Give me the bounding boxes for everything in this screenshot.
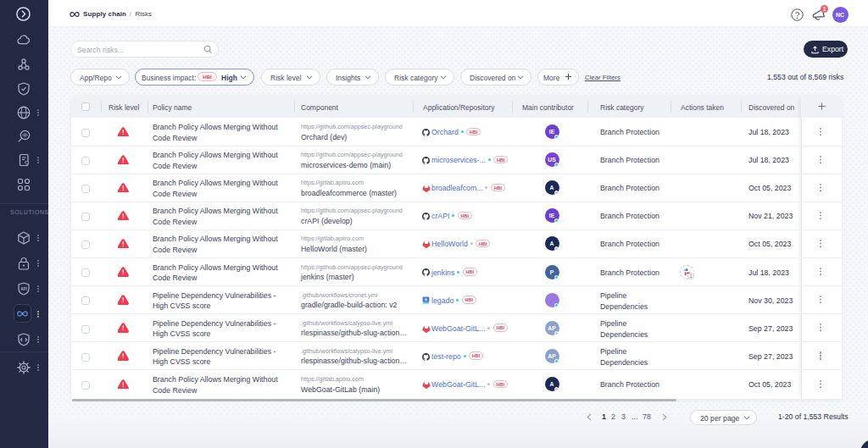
svg-text:API: API	[20, 287, 27, 291]
